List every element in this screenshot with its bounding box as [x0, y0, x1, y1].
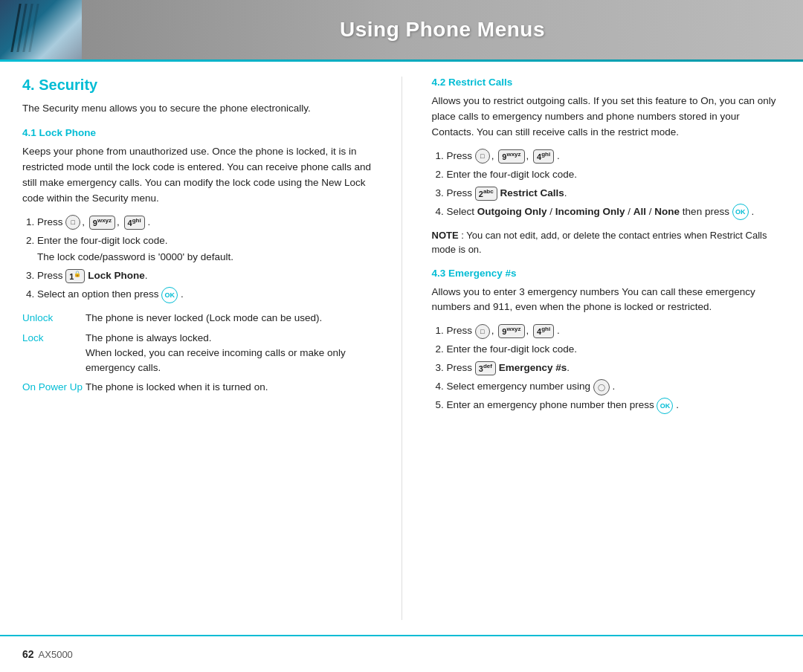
menu-btn-rc: □ — [475, 149, 490, 164]
step-2: Enter the four-digit lock code. The lock… — [37, 233, 372, 267]
1op-btn: 1🔒 — [65, 269, 85, 283]
option-lock-text: The phone is always locked.When locked, … — [86, 331, 372, 376]
left-column: 4. Security The Security menu allows you… — [22, 77, 372, 620]
subsection-4-2-title: 4.2 Restrict Calls — [432, 77, 781, 88]
4ghi-btn: 4ghi — [124, 216, 145, 230]
em-step-3: Press 3def Emergency #s. — [447, 360, 781, 377]
ok-btn-2: OK — [732, 204, 749, 220]
subsection-4-1-body: Keeps your phone from unauthorized use. … — [22, 144, 372, 207]
menu-btn: □ — [65, 215, 80, 230]
option-unlock: Unlock The phone is never locked (Lock m… — [22, 311, 372, 326]
em-step-2: Enter the four-digit lock code. — [447, 341, 781, 358]
subsection-4-3-body: Allows you to enter 3 emergency numbers … — [432, 285, 781, 316]
option-on-power-up: On Power Up The phone is locked when it … — [22, 380, 372, 395]
header-image — [0, 0, 82, 59]
right-column: 4.2 Restrict Calls Allows you to restric… — [432, 77, 781, 620]
rc-step-2: Enter the four-digit lock code. — [447, 167, 781, 184]
2abc-btn: 2abc — [475, 187, 497, 201]
options-list: Unlock The phone is never locked (Lock m… — [22, 311, 372, 395]
4ghi-btn-em: 4ghi — [533, 324, 554, 338]
option-lock-label: Lock — [22, 331, 86, 346]
section-title: 4. Security — [22, 77, 372, 94]
lock-phone-steps: Press □, 9wxyz, 4ghi . Enter the four-di… — [22, 214, 372, 304]
option-lock: Lock The phone is always locked.When loc… — [22, 331, 372, 376]
note-text: : You can not edit, add, or delete the c… — [432, 230, 767, 256]
nav-btn: ◯ — [593, 379, 610, 395]
subsection-4-3-title: 4.3 Emergency #s — [432, 268, 781, 279]
section-body: The Security menu allows you to secure t… — [22, 101, 372, 117]
footer-page-number: 62 — [22, 648, 34, 660]
9wxyz-btn: 9wxyz — [89, 216, 115, 230]
note-label: NOTE — [432, 230, 459, 241]
footer-model: AX5000 — [39, 649, 73, 660]
emergency-steps: Press □, 9wxyz, 4ghi . Enter the four-di… — [432, 323, 781, 414]
main-content: 4. Security The Security menu allows you… — [0, 62, 803, 635]
em-step-1: Press □, 9wxyz, 4ghi . — [447, 323, 781, 340]
page-header: Using Phone Menus — [0, 0, 803, 59]
restrict-calls-steps: Press □, 9wxyz, 4ghi . Enter the four-di… — [432, 148, 781, 221]
option-on-power-up-label: On Power Up — [22, 380, 86, 395]
ok-btn-1: OK — [161, 287, 178, 303]
ok-btn-3: OK — [657, 398, 673, 414]
option-on-power-up-text: The phone is locked when it is turned on… — [86, 380, 268, 395]
step-4: Select an option then press OK . — [37, 286, 372, 303]
subsection-4-1-title: 4.1 Lock Phone — [22, 127, 372, 138]
menu-btn-em: □ — [475, 324, 490, 339]
rc-step-3: Press 2abc Restrict Calls. — [447, 185, 781, 202]
option-unlock-label: Unlock — [22, 311, 86, 326]
step-3: Press 1🔒 Lock Phone. — [37, 268, 372, 285]
page-footer: 62 AX5000 — [0, 635, 803, 672]
em-step-5: Enter an emergency phone number then pre… — [447, 397, 781, 414]
option-unlock-text: The phone is never locked (Lock mode can… — [86, 311, 322, 326]
rc-step-4: Select Outgoing Only / Incoming Only / A… — [447, 204, 781, 221]
9wxyz-btn-em: 9wxyz — [498, 324, 524, 338]
4ghi-btn-rc: 4ghi — [533, 149, 554, 164]
header-title: Using Phone Menus — [82, 18, 803, 42]
em-step-4: Select emergency number using ◯ . — [447, 378, 781, 395]
rc-step-1: Press □, 9wxyz, 4ghi . — [447, 148, 781, 165]
note-block: NOTE : You can not edit, add, or delete … — [432, 228, 781, 257]
step-1: Press □, 9wxyz, 4ghi . — [37, 214, 372, 231]
column-divider — [402, 77, 402, 620]
subsection-4-2-body: Allows you to restrict outgoing calls. I… — [432, 94, 781, 140]
3def-btn: 3def — [475, 361, 496, 375]
9wxyz-btn-rc: 9wxyz — [498, 149, 524, 164]
